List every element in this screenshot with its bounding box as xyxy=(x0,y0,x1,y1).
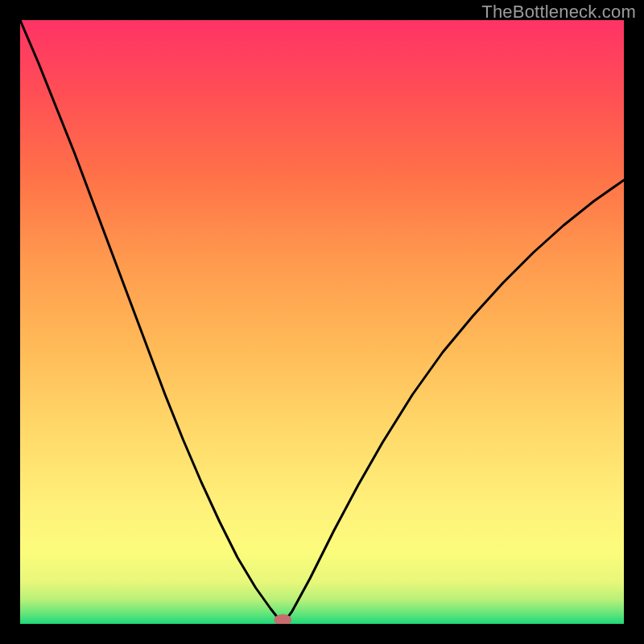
plot-svg xyxy=(20,20,624,624)
curve-left-branch xyxy=(20,20,283,624)
curve-right-branch xyxy=(283,180,624,624)
chart-frame: TheBottleneck.com xyxy=(0,0,644,644)
watermark-text: TheBottleneck.com xyxy=(481,2,636,23)
plot-area xyxy=(20,20,624,624)
